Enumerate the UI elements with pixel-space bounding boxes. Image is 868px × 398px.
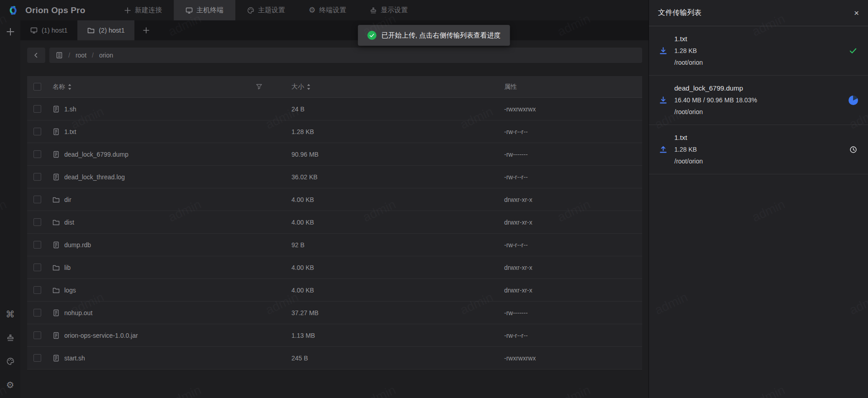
table-row[interactable]: dead_lock_6799.dump 90.96 MB -rw-------	[27, 143, 642, 166]
table-row[interactable]: dist 4.00 KB drwxr-xr-x	[27, 211, 642, 234]
nav-item[interactable]: 显示设置	[358, 0, 420, 20]
row-checkbox[interactable]	[33, 286, 41, 294]
table-row[interactable]: dir 4.00 KB drwxr-xr-x	[27, 188, 642, 211]
transfer-panel: 文件传输列表 × 1.txt 1.28 KB /root/orion	[649, 0, 868, 398]
toast-message: 已开始上传, 点击右侧传输列表查看进度	[382, 31, 501, 40]
row-checkbox[interactable]	[33, 309, 41, 316]
table-row[interactable]: orion-ops-service-1.0.0.jar 1.13 MB -rw-…	[27, 324, 642, 347]
transfer-file-name: 1.txt	[674, 132, 841, 144]
file-name[interactable]: start.sh	[64, 355, 85, 362]
breadcrumb-segment-root[interactable]: root	[76, 52, 86, 59]
file-name[interactable]: dump.rdb	[64, 241, 91, 249]
stamp-icon[interactable]	[4, 331, 17, 345]
file-size: 1.28 KB	[279, 128, 491, 135]
back-button[interactable]	[27, 48, 45, 63]
breadcrumb-separator: /	[68, 52, 70, 59]
file-attr: -rw-r--r--	[491, 173, 642, 181]
folder-icon	[52, 264, 60, 271]
nav-item-label: 显示设置	[381, 6, 408, 14]
top-navbar: Orion Ops Pro 新建连接 主机终端 主题设置	[0, 0, 649, 20]
row-checkbox[interactable]	[33, 264, 41, 271]
table-row[interactable]: 1.txt 1.28 KB -rw-r--r--	[27, 120, 642, 143]
gear-icon[interactable]: ⚙	[4, 378, 17, 392]
filter-funnel-icon[interactable]	[256, 83, 262, 90]
nav-item[interactable]: 主机终端	[174, 0, 235, 20]
table-row[interactable]: dead_lock_thread.log 36.02 KB -rw-r--r--	[27, 166, 642, 188]
file-name[interactable]: orion-ops-service-1.0.0.jar	[64, 332, 138, 339]
upload-toast: 已开始上传, 点击右侧传输列表查看进度	[358, 25, 510, 46]
file-name[interactable]: dead_lock_6799.dump	[64, 151, 129, 158]
table-row[interactable]: dump.rdb 92 B -rw-r--r--	[27, 234, 642, 256]
row-checkbox[interactable]	[33, 173, 41, 181]
sort-carets-icon[interactable]	[307, 84, 310, 90]
row-checkbox[interactable]	[33, 150, 41, 158]
file-attr: -rwxrwxrwx	[491, 355, 642, 362]
palette-icon[interactable]	[4, 355, 17, 368]
host-tab[interactable]: (2) host1	[77, 20, 134, 40]
file-size: 90.96 MB	[279, 151, 491, 158]
nav-item[interactable]: 主题设置	[235, 0, 297, 20]
file-attr: -rw-r--r--	[491, 332, 642, 339]
file-icon	[52, 241, 60, 249]
tab-label: (1) host1	[42, 27, 67, 34]
select-all-checkbox[interactable]	[33, 83, 41, 91]
row-checkbox[interactable]	[33, 331, 41, 339]
list-icon[interactable]	[56, 52, 63, 59]
transfer-panel-title: 文件传输列表	[658, 8, 701, 18]
row-checkbox[interactable]	[33, 105, 41, 113]
file-icon	[52, 105, 60, 113]
file-name[interactable]: lib	[64, 264, 71, 271]
transfer-progress-text: 16.40 MB / 90.96 MB 18.03%	[674, 94, 841, 106]
nav-item[interactable]: ⚙ 终端设置	[297, 0, 358, 20]
new-connection-button[interactable]	[4, 25, 17, 38]
file-icon	[52, 355, 60, 362]
file-table-header: 名称 大小 属性	[27, 76, 642, 98]
sort-carets-icon[interactable]	[68, 84, 72, 90]
table-row[interactable]: lib 4.00 KB drwxr-xr-x	[27, 256, 642, 279]
host-tab[interactable]: (1) host1	[20, 20, 77, 40]
row-checkbox[interactable]	[33, 354, 41, 362]
nav-item[interactable]: 新建连接	[112, 0, 174, 20]
upload-icon	[659, 145, 668, 154]
command-icon[interactable]: ⌘	[4, 307, 17, 321]
file-name[interactable]: nohup.out	[64, 309, 92, 316]
file-name[interactable]: dir	[64, 196, 72, 203]
nav-item-label: 主机终端	[196, 6, 224, 14]
transfer-progress-text: 1.28 KB	[674, 45, 841, 57]
file-name[interactable]: 1.txt	[64, 128, 76, 135]
transfer-remote-path: /root/orion	[674, 106, 841, 118]
close-icon[interactable]: ×	[854, 9, 859, 17]
folder-icon	[52, 219, 60, 226]
file-size: 4.00 KB	[279, 287, 491, 294]
file-attr: -rw-r--r--	[491, 241, 642, 249]
row-checkbox[interactable]	[33, 196, 41, 203]
file-size: 36.02 KB	[279, 173, 491, 181]
table-row[interactable]: nohup.out 37.27 MB -rw-------	[27, 302, 642, 324]
transfer-remote-path: /root/orion	[674, 155, 841, 167]
row-checkbox[interactable]	[33, 241, 41, 249]
palette-icon	[247, 7, 254, 14]
table-row[interactable]: logs 4.00 KB drwxr-xr-x	[27, 279, 642, 302]
breadcrumb-segment-orion[interactable]: orion	[99, 52, 113, 59]
row-checkbox[interactable]	[33, 218, 41, 226]
left-rail: ⌘ ⚙	[0, 20, 20, 398]
file-size: 245 B	[279, 355, 491, 362]
app-title: Orion Ops Pro	[25, 5, 85, 15]
monitor-icon	[30, 27, 38, 34]
terminal-tabbar: (1) host1 (2) host1	[20, 20, 649, 40]
add-tab-button[interactable]	[134, 20, 158, 40]
file-icon	[52, 151, 60, 158]
transfer-item[interactable]: dead_lock_6799.dump 16.40 MB / 90.96 MB …	[649, 76, 868, 125]
file-name[interactable]: 1.sh	[64, 105, 76, 113]
row-checkbox[interactable]	[33, 128, 41, 135]
column-attr-label: 属性	[491, 83, 642, 91]
transfer-item[interactable]: 1.txt 1.28 KB /root/orion	[649, 125, 868, 174]
check-circle-icon	[367, 31, 377, 40]
file-name[interactable]: dead_lock_thread.log	[64, 173, 125, 181]
table-row[interactable]: start.sh 245 B -rwxrwxrwx	[27, 347, 642, 369]
sftp-main: / root / orion 名称 大小 属性	[20, 40, 649, 398]
table-row[interactable]: 1.sh 24 B -rwxrwxrwx	[27, 98, 642, 120]
file-name[interactable]: dist	[64, 219, 74, 226]
transfer-item[interactable]: 1.txt 1.28 KB /root/orion	[649, 26, 868, 76]
file-name[interactable]: logs	[64, 287, 76, 294]
